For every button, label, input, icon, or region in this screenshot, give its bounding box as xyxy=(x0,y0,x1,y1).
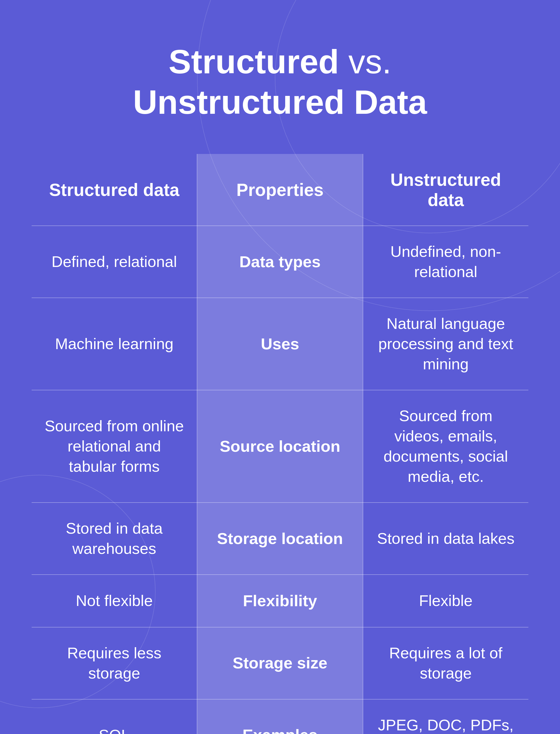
cell-left-6: SQL xyxy=(31,699,197,734)
cell-right-0: Undefined, non-relational xyxy=(363,226,529,298)
page-title: Structured vs. Unstructured Data xyxy=(133,41,427,122)
header-structured-data: Structured data xyxy=(31,154,197,226)
table-row: Not flexibleFlexibilityFlexible xyxy=(31,575,529,627)
cell-left-4: Not flexible xyxy=(31,575,197,627)
cell-left-5: Requires less storage xyxy=(31,627,197,699)
table-row: Requires less storageStorage sizeRequire… xyxy=(31,627,529,699)
cell-right-4: Flexible xyxy=(363,575,529,627)
table-row: Defined, relationalData typesUndefined, … xyxy=(31,226,529,298)
table-row: SQLExamplesJPEG, DOC, PDFs, MOV, etc xyxy=(31,699,529,734)
cell-right-6: JPEG, DOC, PDFs, MOV, etc xyxy=(363,699,529,734)
table-header-row: Structured data Properties Unstructured … xyxy=(31,154,529,226)
cell-middle-2: Source location xyxy=(197,390,363,502)
cell-right-2: Sourced from videos, emails, documents, … xyxy=(363,390,529,502)
cell-middle-6: Examples xyxy=(197,699,363,734)
cell-left-0: Defined, relational xyxy=(31,226,197,298)
title-structured: Structured xyxy=(169,43,339,81)
cell-middle-3: Storage location xyxy=(197,502,363,575)
cell-left-2: Sourced from online relational and tabul… xyxy=(31,390,197,502)
header-properties: Properties xyxy=(197,154,363,226)
cell-middle-5: Storage size xyxy=(197,627,363,699)
cell-right-1: Natural language processing and text min… xyxy=(363,298,529,390)
page-content: Structured vs. Unstructured Data Structu… xyxy=(0,0,560,734)
cell-middle-0: Data types xyxy=(197,226,363,298)
cell-middle-1: Uses xyxy=(197,298,363,390)
table-row: Stored in data warehousesStorage locatio… xyxy=(31,502,529,575)
comparison-table: Structured data Properties Unstructured … xyxy=(31,154,529,734)
title-unstructured: Unstructured Data xyxy=(133,83,427,121)
title-vs: vs. xyxy=(339,43,391,81)
table-row: Sourced from online relational and tabul… xyxy=(31,390,529,502)
table-row: Machine learningUsesNatural language pro… xyxy=(31,298,529,390)
cell-right-3: Stored in data lakes xyxy=(363,502,529,575)
header-unstructured-data: Unstructured data xyxy=(363,154,529,226)
cell-left-1: Machine learning xyxy=(31,298,197,390)
cell-left-3: Stored in data warehouses xyxy=(31,502,197,575)
cell-middle-4: Flexibility xyxy=(197,575,363,627)
cell-right-5: Requires a lot of storage xyxy=(363,627,529,699)
